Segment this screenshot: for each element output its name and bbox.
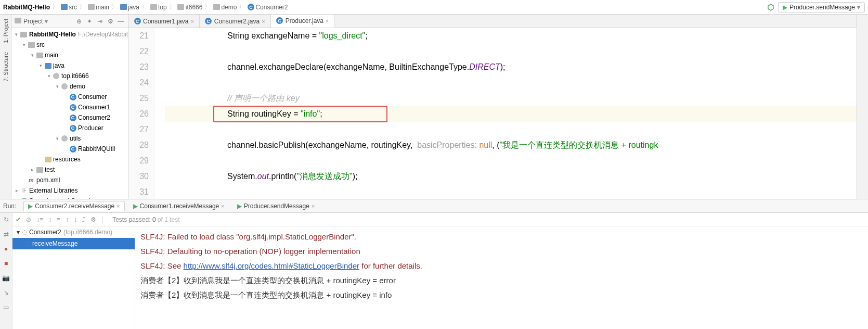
- exit-icon[interactable]: ↘: [2, 288, 11, 297]
- tree-node[interactable]: CConsumer: [11, 92, 128, 102]
- line-number[interactable]: 28: [128, 137, 149, 153]
- line-number[interactable]: 25: [128, 91, 149, 106]
- test-tree-node[interactable]: ◌receiveMessage: [12, 238, 135, 249]
- tree-node[interactable]: ▾main: [11, 50, 128, 60]
- tree-node[interactable]: CRabbitMQUtil: [11, 144, 128, 154]
- breadcrumb-item[interactable]: main: [87, 4, 109, 11]
- line-number[interactable]: 26: [128, 106, 149, 122]
- code-line[interactable]: [165, 153, 857, 169]
- expander-icon[interactable]: ▸: [29, 167, 35, 172]
- breadcrumb-item[interactable]: CConsumer2: [247, 4, 288, 11]
- tree-node[interactable]: ▾utils: [11, 133, 128, 144]
- stop-icon[interactable]: ■: [2, 259, 11, 268]
- collapse-icon[interactable]: ⇥: [96, 17, 104, 26]
- tree-node[interactable]: CConsumer2: [11, 112, 128, 123]
- debug-icon[interactable]: ●: [2, 244, 11, 254]
- line-number[interactable]: 24: [128, 75, 149, 91]
- line-number[interactable]: 29: [128, 153, 149, 169]
- build-icon[interactable]: [767, 3, 775, 11]
- next-icon[interactable]: ↓: [74, 216, 77, 223]
- run-config-selector[interactable]: ▶ Producer.sendMessage ▾: [778, 2, 865, 12]
- breadcrumb-item[interactable]: it6666: [177, 4, 203, 11]
- show-ignored-icon[interactable]: ⊘: [26, 216, 31, 223]
- expander-icon[interactable]: ▾: [54, 84, 60, 89]
- line-number[interactable]: 21: [128, 28, 149, 44]
- hide-icon[interactable]: —: [116, 17, 125, 26]
- export-icon[interactable]: ⤴: [82, 216, 85, 223]
- breadcrumb-item[interactable]: top: [150, 4, 167, 11]
- close-icon[interactable]: ×: [312, 203, 315, 209]
- tree-node[interactable]: ▾java: [11, 60, 128, 71]
- code-line[interactable]: [165, 44, 857, 59]
- gear-icon[interactable]: ⚙: [106, 17, 114, 26]
- tree-node[interactable]: resources: [11, 154, 128, 164]
- run-tab[interactable]: ▶Producer.sendMessage×: [233, 201, 319, 211]
- tree-node[interactable]: ▸⊪External Libraries: [11, 185, 128, 196]
- expander-icon[interactable]: ▾: [14, 32, 20, 37]
- expander-icon[interactable]: ▸: [14, 188, 20, 193]
- code-line[interactable]: // 声明一个路由 key: [165, 91, 857, 106]
- prev-icon[interactable]: ↑: [66, 216, 69, 223]
- console-output[interactable]: SLF4J: Failed to load class "org.slf4j.i…: [135, 226, 868, 329]
- expander-icon[interactable]: ▾: [21, 42, 27, 47]
- code-line[interactable]: String exchangeName = "logs_direct";: [165, 28, 857, 44]
- show-passed-icon[interactable]: ✔: [16, 216, 21, 223]
- rail-project-button[interactable]: 1: Project: [3, 19, 9, 43]
- close-icon[interactable]: ×: [116, 203, 120, 209]
- code-line[interactable]: [165, 122, 857, 137]
- code-line[interactable]: [165, 75, 857, 91]
- locate-icon[interactable]: ⊕: [75, 17, 83, 26]
- tree-node[interactable]: ▾src: [11, 40, 128, 50]
- test-tree-node[interactable]: ▾◌Consumer2 (top.it6666.demo): [12, 226, 135, 238]
- tree-node[interactable]: ▾top.it6666: [11, 71, 128, 81]
- editor-tab[interactable]: CProducer.java×: [271, 15, 335, 28]
- code-line[interactable]: channel.exchangeDeclare(exchangeName, Bu…: [165, 59, 857, 75]
- run-tab[interactable]: ▶Consumer2.receiveMessage×: [23, 201, 124, 211]
- sort-icon[interactable]: ↓≡: [36, 216, 43, 223]
- line-number[interactable]: 31: [128, 184, 149, 199]
- tree-node[interactable]: ▾demo: [11, 81, 128, 92]
- tree-node[interactable]: mpom.xml: [11, 175, 128, 185]
- code-line[interactable]: [165, 184, 857, 199]
- line-number[interactable]: 23: [128, 59, 149, 75]
- editor-tab[interactable]: CConsumer2.java×: [200, 15, 271, 28]
- breadcrumb-item[interactable]: java: [120, 4, 139, 11]
- close-icon[interactable]: ×: [262, 18, 265, 24]
- expand-icon[interactable]: ✦: [85, 17, 94, 26]
- settings-icon[interactable]: ⚙: [90, 216, 96, 223]
- layout-icon[interactable]: ▭: [2, 302, 11, 312]
- close-icon[interactable]: ×: [190, 18, 193, 24]
- close-icon[interactable]: ×: [221, 203, 224, 209]
- editor-tab[interactable]: CConsumer1.java×: [128, 15, 200, 28]
- expander-icon[interactable]: ▾: [17, 229, 20, 236]
- close-icon[interactable]: ×: [326, 18, 329, 24]
- expander-icon[interactable]: ▾: [37, 63, 44, 68]
- tree-node[interactable]: ▾RabbitMQ-HelloF:\Develop\Rabbit: [11, 29, 128, 40]
- breadcrumb-item[interactable]: src: [60, 4, 77, 11]
- line-number[interactable]: 22: [128, 44, 149, 59]
- toggle-icon[interactable]: ⇄: [2, 230, 11, 239]
- expand-all-icon[interactable]: ↕: [48, 216, 51, 223]
- expander-icon[interactable]: ▾: [46, 73, 52, 79]
- rerun-icon[interactable]: ↻: [2, 215, 11, 224]
- console-link[interactable]: http://www.slf4j.org/codes.html#StaticLo…: [184, 261, 360, 270]
- code-editor[interactable]: 2122232425262728293031 String exchangeNa…: [128, 28, 857, 199]
- code-line[interactable]: System.out.println("消息发送成功");: [165, 169, 857, 184]
- tree-node[interactable]: CProducer: [11, 123, 128, 133]
- project-tree[interactable]: ▾RabbitMQ-HelloF:\Develop\Rabbit▾src▾mai…: [11, 28, 128, 199]
- line-number[interactable]: 30: [128, 169, 149, 184]
- tree-node[interactable]: ▸test: [11, 164, 128, 175]
- code-line[interactable]: channel.basicPublish(exchangeName, routi…: [165, 137, 857, 153]
- project-panel-title[interactable]: Project ▾: [15, 18, 73, 25]
- run-tab[interactable]: ▶Consumer1.receiveMessage×: [129, 201, 229, 211]
- tree-node[interactable]: CConsumer1: [11, 102, 128, 112]
- breadcrumb-item[interactable]: demo: [213, 4, 237, 11]
- line-number[interactable]: 27: [128, 122, 149, 137]
- expander-icon[interactable]: ▾: [54, 136, 60, 141]
- breadcrumb-item[interactable]: RabbitMQ-Hello: [3, 4, 50, 11]
- dump-icon[interactable]: 📷: [2, 273, 11, 283]
- test-tree[interactable]: ▾◌Consumer2 (top.it6666.demo)◌receiveMes…: [12, 226, 135, 329]
- expander-icon[interactable]: ▾: [29, 53, 35, 58]
- rail-structure-button[interactable]: 7: Structure: [3, 52, 9, 82]
- collapse-all-icon[interactable]: ≡: [57, 216, 60, 223]
